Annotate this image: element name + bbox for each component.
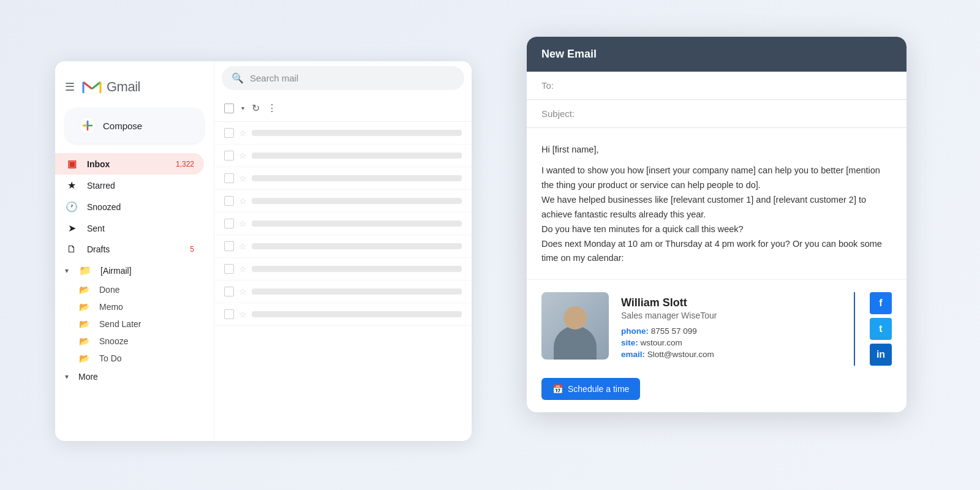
email-checkbox[interactable] — [224, 287, 234, 296]
sidebar-item-todo[interactable]: 📂 To Do — [55, 350, 214, 367]
gmail-panel: ☰ Gmail — [55, 61, 472, 441]
sidebar-item-snooze[interactable]: 📂 Snooze — [55, 333, 214, 350]
email-star-icon[interactable]: ☆ — [239, 173, 247, 183]
facebook-icon: f — [879, 298, 882, 309]
email-row[interactable]: ☆ — [214, 122, 472, 145]
twitter-icon: t — [879, 323, 882, 334]
sidebar-item-inbox[interactable]: ▣ Inbox 1,322 — [55, 153, 204, 175]
sidebar-item-drafts[interactable]: 🗋 Drafts 5 — [55, 239, 204, 260]
done-folder-icon: 📂 — [77, 285, 91, 295]
facebook-button[interactable]: f — [870, 292, 892, 314]
signature-socials: f t in — [870, 292, 892, 366]
schedule-label: Schedule a time — [568, 384, 629, 394]
signature-name: William Slott — [621, 296, 839, 309]
email-row[interactable]: ☆ — [214, 190, 472, 213]
done-label: Done — [99, 285, 119, 295]
email-star-icon[interactable]: ☆ — [239, 309, 247, 319]
email-row[interactable]: ☆ — [214, 281, 472, 303]
email-checkbox[interactable] — [224, 196, 234, 206]
inbox-icon: ▣ — [65, 158, 78, 170]
email-checkbox[interactable] — [224, 128, 234, 138]
compose-button[interactable]: Compose — [65, 108, 204, 143]
send-later-label: Send Later — [99, 319, 141, 329]
email-checkbox[interactable] — [224, 219, 234, 228]
compose-to-row[interactable]: To: — [527, 72, 907, 100]
email-checkbox[interactable] — [224, 173, 234, 183]
email-star-icon[interactable]: ☆ — [239, 264, 247, 274]
sidebar-item-done[interactable]: 📂 Done — [55, 281, 214, 298]
todo-label: To Do — [99, 353, 122, 363]
email-row[interactable]: ☆ — [214, 213, 472, 235]
email-star-icon[interactable]: ☆ — [239, 196, 247, 206]
sidebar-item-more[interactable]: ▾ More — [55, 367, 204, 386]
sent-label: Sent — [87, 224, 194, 233]
email-preview-bar — [252, 288, 462, 295]
airmail-toggle-icon: ▾ — [65, 266, 69, 275]
email-star-icon[interactable]: ☆ — [239, 151, 247, 160]
more-options-icon[interactable]: ⋮ — [267, 102, 277, 114]
avatar-head — [564, 306, 587, 330]
email-checkbox[interactable] — [224, 241, 234, 251]
email-preview-bar — [252, 175, 462, 181]
linkedin-button[interactable]: in — [870, 344, 892, 366]
drafts-label: Drafts — [87, 244, 181, 254]
email-sig-label: email: — [621, 350, 645, 359]
snooze-label: Snooze — [99, 336, 128, 346]
select-all-checkbox[interactable] — [224, 104, 234, 113]
hamburger-icon[interactable]: ☰ — [65, 80, 75, 94]
sidebar-item-sent[interactable]: ➤ Sent — [55, 217, 204, 239]
compose-header-title: New Email — [541, 48, 597, 60]
email-row[interactable]: ☆ — [214, 167, 472, 190]
star-icon: ★ — [65, 179, 78, 191]
compose-header: New Email — [527, 37, 907, 72]
calendar-icon: 📅 — [552, 384, 563, 394]
todo-folder-icon: 📂 — [77, 353, 91, 363]
sidebar-item-memo[interactable]: 📂 Memo — [55, 298, 214, 315]
compose-label: Compose — [103, 121, 142, 131]
email-row[interactable]: ☆ — [214, 235, 472, 258]
inbox-badge: 1,322 — [176, 160, 194, 168]
email-star-icon[interactable]: ☆ — [239, 241, 247, 251]
email-star-icon[interactable]: ☆ — [239, 287, 247, 296]
twitter-button[interactable]: t — [870, 318, 892, 340]
compose-body[interactable]: Hi [first name], I wanted to show you ho… — [527, 128, 907, 279]
email-checkbox[interactable] — [224, 151, 234, 160]
sidebar-item-starred[interactable]: ★ Starred — [55, 175, 204, 196]
compose-subject-row[interactable]: Subject: — [527, 100, 907, 128]
refresh-icon[interactable]: ↻ — [252, 102, 260, 114]
sidebar-item-airmail[interactable]: ▾ 📁 [Airmail] — [55, 260, 204, 281]
sidebar-item-send-later[interactable]: 📂 Send Later — [55, 315, 214, 333]
sidebar-item-snoozed[interactable]: 🕐 Snoozed — [55, 196, 204, 217]
search-bar[interactable]: 🔍 Search mail — [222, 66, 464, 90]
signature-site: site: wstour.com — [621, 338, 839, 347]
clock-icon: 🕐 — [65, 201, 78, 213]
email-list-toolbar: ▾ ↻ ⋮ — [214, 95, 472, 122]
email-preview-bar — [252, 221, 462, 227]
signature-photo — [541, 292, 609, 360]
signature-info: William Slott Sales manager WiseTour pho… — [621, 292, 839, 366]
avatar-body — [554, 326, 597, 360]
sidebar-header: ☰ Gmail — [55, 71, 214, 108]
email-preview-bar — [252, 243, 462, 249]
email-row[interactable]: ☆ — [214, 303, 472, 326]
signature-title: Sales manager WiseTour — [621, 311, 839, 320]
starred-label: Starred — [87, 181, 194, 190]
compose-plus-icon — [78, 116, 97, 135]
schedule-button[interactable]: 📅 Schedule a time — [541, 378, 640, 400]
gmail-label: Gmail — [107, 79, 140, 95]
email-star-icon[interactable]: ☆ — [239, 128, 247, 138]
body-greeting: Hi [first name], — [541, 143, 892, 157]
email-checkbox[interactable] — [224, 264, 234, 274]
email-checkbox[interactable] — [224, 309, 234, 319]
email-sig-value: Slott@wstour.com — [647, 350, 714, 359]
to-field-label: To: — [541, 80, 584, 91]
email-row[interactable]: ☆ — [214, 145, 472, 167]
email-row[interactable]: ☆ — [214, 258, 472, 281]
memo-folder-icon: 📂 — [77, 302, 91, 312]
email-star-icon[interactable]: ☆ — [239, 219, 247, 228]
select-chevron-icon[interactable]: ▾ — [241, 105, 244, 111]
inbox-label: Inbox — [87, 159, 167, 169]
gmail-sidebar: ☰ Gmail — [55, 61, 214, 441]
person-avatar — [554, 303, 597, 360]
subject-field-label: Subject: — [541, 108, 584, 119]
